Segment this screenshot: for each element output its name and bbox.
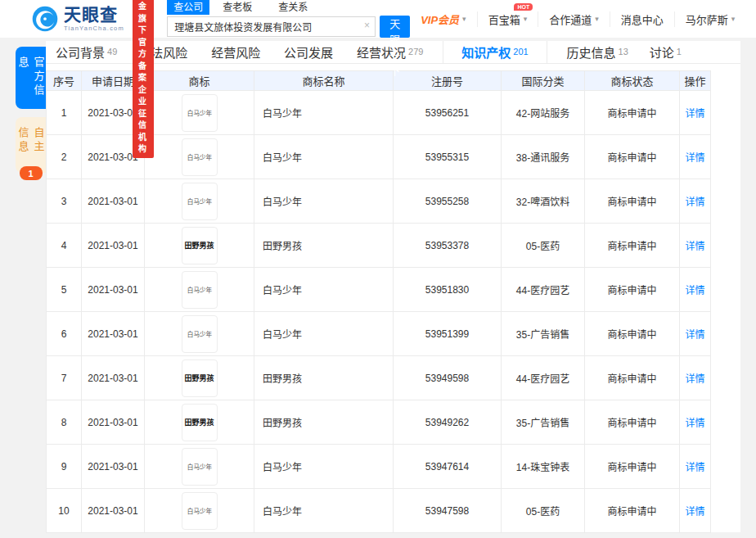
detail-link[interactable]: 详情 [685, 152, 704, 164]
top-bar: 天眼查 TianYanCha.com 国家中小企业发展子基金旗下 官方备案企业征… [0, 0, 756, 38]
detail-link[interactable]: 详情 [685, 329, 704, 341]
search-button[interactable]: 天眼一下 [380, 16, 410, 38]
tianyancha-logo[interactable]: 天眼查 TianYanCha.com [31, 5, 124, 33]
side-tab[interactable]: 自主信息 [16, 117, 46, 173]
cell-action: 详情 [680, 179, 711, 224]
cell-intl-class: 44-医疗园艺 [502, 268, 585, 312]
detail-link[interactable]: 详情 [685, 462, 704, 473]
cell-intl-class: 35-广告销售 [502, 312, 585, 356]
trademark-image[interactable]: 田野男孩 [182, 227, 218, 264]
top-menu-item[interactable]: 马尔萨斯 ▾ [674, 11, 746, 27]
top-menu-item[interactable]: 合作通道 ▾ [538, 11, 610, 27]
table-row: 10 2021-03-01 白马少年 白马少年 53947598 05-医药 商… [47, 489, 711, 533]
cell-action: 详情 [680, 268, 711, 312]
trademark-image[interactable]: 白马少年 [182, 138, 218, 176]
section-tab[interactable]: 历史信息 13 [565, 41, 630, 63]
cell-apply-date: 2021-03-01 [82, 356, 145, 400]
search-area: 查公司查老板查关系 × 天眼一下 [167, 0, 410, 38]
column-header: 操作 [680, 71, 711, 91]
section-tab-label: 公司背景 [56, 43, 105, 61]
trademark-image[interactable]: 白马少年 [182, 94, 218, 132]
table-row: 9 2021-03-01 白马少年 白马少年 53947614 14-珠宝钟表 … [47, 445, 711, 489]
cell-action: 详情 [680, 400, 711, 445]
gov-badge-line2: 官方备案企业征信机构 [138, 37, 148, 156]
cell-mark-name: 田野男孩 [254, 224, 394, 268]
cell-reg-no: 53951399 [394, 312, 502, 356]
section-tab-label: 知识产权 [461, 43, 511, 61]
gov-badge-line1: 国家中小企业发展子基金旗下 [138, 0, 148, 37]
detail-link[interactable]: 详情 [685, 108, 704, 120]
side-tab[interactable]: 官方信息 [16, 47, 46, 109]
top-menu-item-label: 合作通道 [549, 11, 592, 27]
cell-no: 7 [47, 356, 82, 400]
table-row: 5 2021-03-01 白马少年 白马少年 53951830 44-医疗园艺 … [47, 268, 711, 312]
trademark-image[interactable]: 白马少年 [182, 315, 218, 353]
cell-mark-image: 白马少年 [145, 179, 254, 224]
table-row: 8 2021-03-01 田野男孩 田野男孩 53949262 35-广告销售 … [47, 400, 711, 445]
cell-mark-name: 白马少年 [254, 268, 394, 312]
trademark-image[interactable]: 田野男孩 [182, 404, 218, 441]
clear-icon[interactable]: × [364, 20, 370, 30]
detail-link[interactable]: 详情 [685, 373, 704, 385]
cell-mark-image: 白马少年 [145, 445, 254, 489]
cell-reg-no: 53955258 [394, 179, 502, 224]
detail-link[interactable]: 详情 [685, 197, 704, 208]
cell-action: 详情 [680, 445, 711, 489]
trademark-image[interactable]: 白马少年 [182, 492, 218, 530]
cell-status: 商标申请中 [585, 91, 680, 135]
section-tab[interactable]: 讨论 1 [648, 41, 683, 63]
detail-link[interactable]: 详情 [685, 506, 704, 518]
cell-no: 1 [47, 91, 82, 135]
cell-reg-no: 53949262 [394, 400, 502, 445]
cell-mark-name: 白马少年 [254, 179, 394, 224]
cell-status: 商标申请中 [585, 224, 680, 268]
trademark-image[interactable]: 白马少年 [182, 271, 218, 309]
top-menu-item-label: 马尔萨斯 [686, 11, 728, 27]
cell-action: 详情 [680, 135, 711, 179]
cell-status: 商标申请中 [585, 268, 680, 312]
cell-action: 详情 [680, 224, 711, 268]
section-tab-label: 历史信息 [567, 43, 616, 61]
column-header: 序号 [47, 71, 82, 91]
tianyancha-logo-icon [31, 5, 59, 33]
search-scope-tab[interactable]: 查老板 [216, 0, 259, 15]
top-menu-item[interactable]: 消息中心 [610, 11, 674, 27]
detail-link[interactable]: 详情 [685, 241, 704, 252]
detail-link[interactable]: 详情 [685, 418, 704, 429]
side-tab-wrap: 自主信息 1 [16, 117, 46, 180]
search-scope-tab[interactable]: 查关系 [272, 0, 314, 15]
cell-no: 2 [47, 135, 82, 179]
detail-link[interactable]: 详情 [685, 285, 704, 296]
section-tab[interactable]: 知识产权 201 [443, 41, 547, 63]
trademark-image-text: 白马少年 [187, 108, 211, 116]
cell-mark-image: 白马少年 [145, 91, 254, 135]
trademark-image-text: 白马少年 [187, 152, 211, 160]
section-tab[interactable]: 公司背景 49 [54, 41, 119, 63]
column-header: 注册号 [394, 71, 502, 91]
cell-mark-name: 田野男孩 [254, 356, 394, 400]
cell-status: 商标申请中 [585, 445, 680, 489]
section-tab[interactable]: 公司发展 [282, 41, 337, 63]
top-menu-item[interactable]: 百宝箱 ▾ HOT [477, 11, 538, 27]
trademark-image[interactable]: 田野男孩 [182, 359, 218, 397]
cell-mark-image: 田野男孩 [145, 356, 254, 400]
trademark-image[interactable]: 白马少年 [182, 448, 218, 486]
chevron-down-icon: ▾ [524, 15, 528, 23]
cell-mark-name: 白马少年 [254, 91, 394, 135]
table-row: 3 2021-03-01 白马少年 白马少年 53955258 32-啤酒饮料 … [47, 179, 711, 224]
table-row: 4 2021-03-01 田野男孩 田野男孩 53953378 05-医药 商标… [47, 224, 711, 268]
cell-apply-date: 2021-03-01 [82, 268, 145, 312]
section-tab-count: 13 [619, 47, 628, 57]
search-scope-tab[interactable]: 查公司 [167, 0, 209, 15]
column-header: 商标名称 [254, 71, 394, 91]
top-menu-item[interactable]: VIP会员 ▾ [410, 11, 477, 27]
section-tab[interactable]: 经营风险 [209, 41, 264, 63]
trademark-image-text: 白马少年 [187, 506, 211, 514]
trademark-image-text: 白马少年 [187, 462, 211, 470]
trademark-image[interactable]: 白马少年 [182, 183, 218, 220]
side-tab-badge: 1 [20, 166, 43, 180]
cell-intl-class: 32-啤酒饮料 [502, 179, 585, 224]
cell-mark-name: 白马少年 [254, 312, 394, 356]
search-input[interactable] [167, 16, 376, 37]
cell-apply-date: 2021-03-01 [82, 445, 145, 489]
